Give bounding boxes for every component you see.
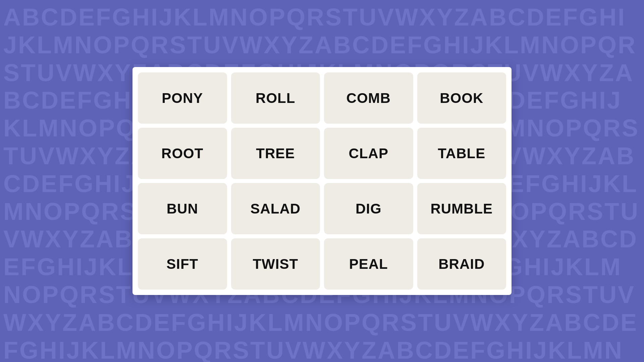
word-card-salad[interactable]: SALAD (231, 183, 320, 234)
word-card-tree[interactable]: TREE (231, 128, 320, 179)
word-label: BOOK (440, 90, 483, 106)
word-card-pony[interactable]: PONY (138, 72, 227, 124)
word-label: SALAD (250, 201, 301, 217)
word-card-braid[interactable]: BRAID (417, 238, 506, 290)
word-card-twist[interactable]: TWIST (231, 238, 320, 290)
word-label: TWIST (253, 256, 298, 272)
word-label: ROLL (256, 90, 295, 106)
word-grid-panel: PONYROLLCOMBBOOKROOTTREECLAPTABLEBUNSALA… (132, 67, 512, 295)
word-label: COMB (346, 90, 391, 106)
word-card-root[interactable]: ROOT (138, 128, 227, 179)
word-card-rumble[interactable]: RUMBLE (417, 183, 506, 234)
word-label: DIG (356, 201, 382, 217)
word-label: PEAL (349, 256, 388, 272)
word-card-book[interactable]: BOOK (417, 72, 506, 124)
word-card-comb[interactable]: COMB (324, 72, 413, 124)
word-label: ROOT (161, 145, 203, 162)
word-label: PONY (162, 90, 203, 106)
word-card-sift[interactable]: SIFT (138, 238, 227, 290)
word-card-table[interactable]: TABLE (417, 128, 506, 179)
word-label: RUMBLE (430, 201, 493, 217)
word-label: SIFT (166, 256, 198, 272)
word-card-roll[interactable]: ROLL (231, 72, 320, 124)
word-label: BRAID (438, 256, 485, 272)
word-label: TREE (256, 145, 295, 162)
word-card-peal[interactable]: PEAL (324, 238, 413, 290)
word-card-clap[interactable]: CLAP (324, 128, 413, 179)
word-card-bun[interactable]: BUN (138, 183, 227, 234)
word-label: BUN (167, 201, 198, 217)
word-label: TABLE (438, 145, 485, 162)
word-label: CLAP (349, 145, 388, 162)
word-card-dig[interactable]: DIG (324, 183, 413, 234)
word-grid: PONYROLLCOMBBOOKROOTTREECLAPTABLEBUNSALA… (138, 72, 506, 290)
